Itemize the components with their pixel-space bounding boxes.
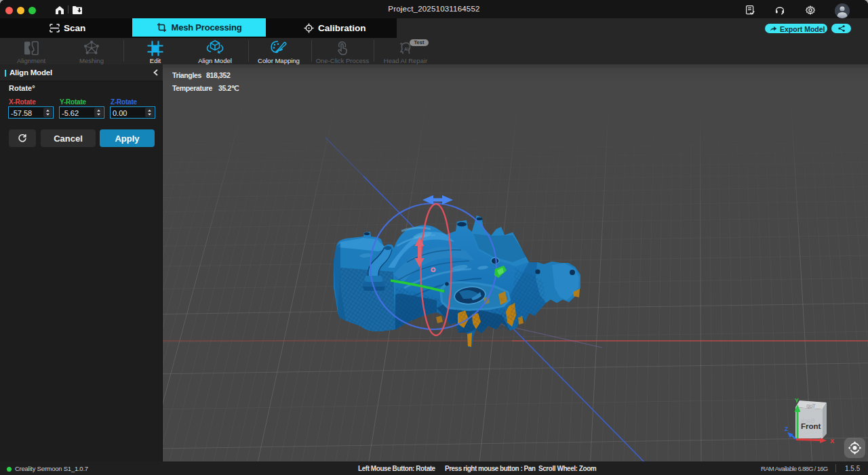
svg-text:X: X: [830, 437, 835, 445]
svg-text:Front: Front: [801, 422, 821, 430]
svg-text:AI: AI: [404, 47, 409, 51]
svg-text:Top: Top: [806, 402, 816, 409]
svg-text:Y: Y: [795, 397, 799, 404]
svg-text:Z: Z: [785, 426, 788, 432]
